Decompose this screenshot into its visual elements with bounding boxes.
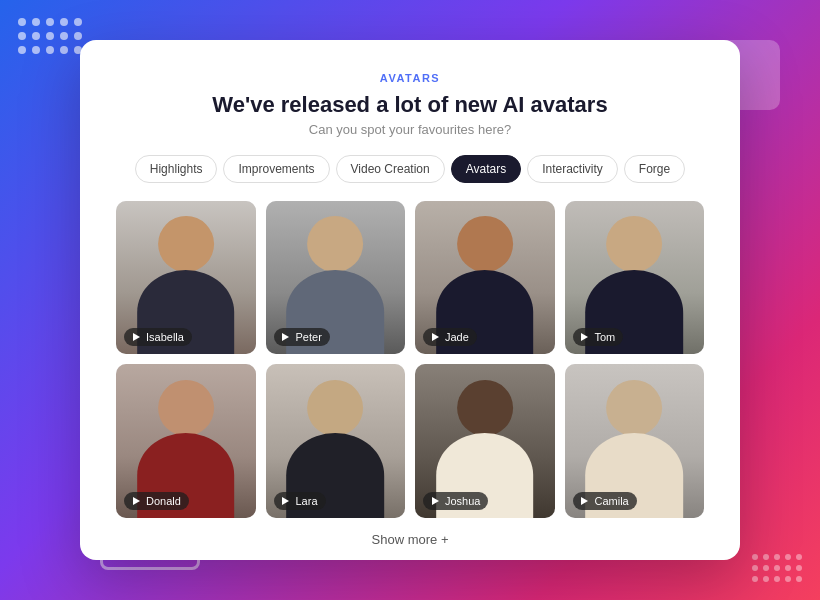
main-title: We've released a lot of new AI avatars bbox=[212, 92, 607, 118]
tab-avatars[interactable]: Avatars bbox=[451, 155, 521, 183]
tabs-container: HighlightsImprovementsVideo CreationAvat… bbox=[135, 155, 685, 183]
avatar-card-camila[interactable]: Camila bbox=[565, 364, 705, 517]
play-icon-donald bbox=[130, 495, 142, 507]
avatar-label-joshua: Joshua bbox=[445, 495, 480, 507]
avatar-grid: Isabella Peter Jade bbox=[116, 201, 704, 518]
avatar-head bbox=[457, 380, 513, 436]
avatar-card-jade[interactable]: Jade bbox=[415, 201, 555, 354]
avatar-card-donald[interactable]: Donald bbox=[116, 364, 256, 517]
avatar-name-camila: Camila bbox=[573, 492, 637, 510]
avatar-head bbox=[158, 380, 214, 436]
avatar-head bbox=[606, 380, 662, 436]
subtitle: Can you spot your favourites here? bbox=[309, 122, 511, 137]
tab-interactivity[interactable]: Interactivity bbox=[527, 155, 618, 183]
avatar-label-donald: Donald bbox=[146, 495, 181, 507]
play-icon-camila bbox=[579, 495, 591, 507]
avatar-label-isabella: Isabella bbox=[146, 331, 184, 343]
avatar-card-isabella[interactable]: Isabella bbox=[116, 201, 256, 354]
avatar-card-tom[interactable]: Tom bbox=[565, 201, 705, 354]
play-icon-jade bbox=[429, 331, 441, 343]
avatar-name-donald: Donald bbox=[124, 492, 189, 510]
avatar-name-peter: Peter bbox=[274, 328, 330, 346]
tab-video-creation[interactable]: Video Creation bbox=[336, 155, 445, 183]
play-icon-lara bbox=[280, 495, 292, 507]
play-icon-joshua bbox=[429, 495, 441, 507]
decorative-dots-bottom-right bbox=[752, 554, 802, 582]
avatar-name-joshua: Joshua bbox=[423, 492, 488, 510]
avatar-name-tom: Tom bbox=[573, 328, 624, 346]
avatar-label-lara: Lara bbox=[296, 495, 318, 507]
avatar-label-camila: Camila bbox=[595, 495, 629, 507]
avatar-name-lara: Lara bbox=[274, 492, 326, 510]
avatar-head bbox=[158, 216, 214, 272]
tab-highlights[interactable]: Highlights bbox=[135, 155, 218, 183]
main-card: AVATARS We've released a lot of new AI a… bbox=[80, 40, 740, 560]
avatar-head bbox=[606, 216, 662, 272]
avatar-card-lara[interactable]: Lara bbox=[266, 364, 406, 517]
play-icon-isabella bbox=[130, 331, 142, 343]
tab-forge[interactable]: Forge bbox=[624, 155, 685, 183]
avatar-label-jade: Jade bbox=[445, 331, 469, 343]
avatar-head bbox=[457, 216, 513, 272]
play-icon-peter bbox=[280, 331, 292, 343]
show-more-button[interactable]: Show more + bbox=[372, 532, 449, 547]
avatar-head bbox=[307, 216, 363, 272]
avatar-card-peter[interactable]: Peter bbox=[266, 201, 406, 354]
avatar-label-tom: Tom bbox=[595, 331, 616, 343]
tab-improvements[interactable]: Improvements bbox=[223, 155, 329, 183]
avatar-head bbox=[307, 380, 363, 436]
section-label: AVATARS bbox=[380, 72, 440, 84]
decorative-dots-top-left bbox=[18, 18, 82, 54]
avatar-card-joshua[interactable]: Joshua bbox=[415, 364, 555, 517]
avatar-name-jade: Jade bbox=[423, 328, 477, 346]
avatar-name-isabella: Isabella bbox=[124, 328, 192, 346]
avatar-label-peter: Peter bbox=[296, 331, 322, 343]
play-icon-tom bbox=[579, 331, 591, 343]
